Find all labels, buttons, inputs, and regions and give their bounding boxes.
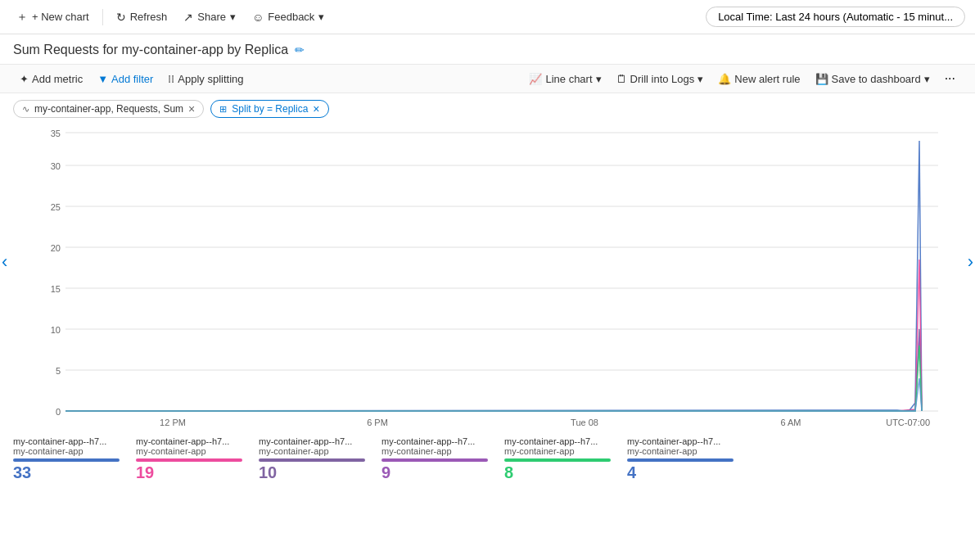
- legend-color-bar-4: [504, 458, 611, 462]
- legend-row: my-container-app--h7... my-container-app…: [0, 430, 975, 482]
- legend-label-1: my-container-app--h7...: [136, 436, 242, 446]
- legend-sublabel-2: my-container-app: [259, 446, 365, 456]
- legend-sublabel-5: my-container-app: [627, 446, 734, 456]
- line-chart-button[interactable]: 📈 Line chart ▾: [522, 69, 607, 89]
- svg-text:UTC-07:00: UTC-07:00: [886, 418, 930, 427]
- svg-text:6 AM: 6 AM: [780, 418, 801, 427]
- add-metric-icon: ✦: [20, 73, 29, 85]
- metric-tag-close[interactable]: ×: [188, 103, 195, 115]
- chart-toolbar: ✦ Add metric ▼ Add filter ⁞⁞ Apply split…: [0, 64, 975, 93]
- save-dashboard-label: Save to dashboard: [832, 73, 921, 85]
- share-chevron-icon: ▾: [230, 11, 236, 23]
- metric-tag-text: my-container-app, Requests, Sum: [34, 103, 183, 115]
- save-icon: 💾: [815, 73, 828, 85]
- legend-label-5: my-container-app--h7...: [627, 436, 734, 446]
- legend-sublabel-0: my-container-app: [13, 446, 120, 456]
- refresh-icon: ↻: [116, 11, 126, 24]
- svg-text:25: 25: [51, 202, 61, 212]
- legend-value-5: 4: [627, 463, 734, 482]
- legend-item-0: my-container-app--h7... my-container-app…: [13, 436, 120, 482]
- legend-label-2: my-container-app--h7...: [259, 436, 365, 446]
- save-chevron-icon: ▾: [924, 73, 930, 85]
- legend-color-bar-2: [259, 458, 365, 462]
- legend-value-1: 19: [136, 463, 242, 482]
- legend-value-2: 10: [259, 463, 365, 482]
- legend-label-0: my-container-app--h7...: [13, 436, 120, 446]
- metric-tag-icon: ∿: [22, 104, 29, 115]
- more-options-button[interactable]: ···: [938, 68, 962, 89]
- legend-item-1: my-container-app--h7... my-container-app…: [136, 436, 242, 482]
- alert-rule-label: New alert rule: [734, 73, 800, 85]
- split-tag-close[interactable]: ×: [313, 103, 319, 115]
- legend-label-4: my-container-app--h7...: [504, 436, 611, 446]
- divider-1: [102, 9, 103, 25]
- new-chart-button[interactable]: ＋ + New chart: [10, 7, 96, 28]
- drill-chevron-icon: ▾: [697, 73, 703, 85]
- chart-svg-wrapper: 0 5 10 15 20 25 30 35 12 PM 6 PM Tue 08 …: [29, 124, 946, 430]
- legend-value-3: 9: [381, 463, 488, 482]
- filter-row: ∿ my-container-app, Requests, Sum × ⊞ Sp…: [0, 93, 975, 124]
- svg-text:10: 10: [51, 325, 61, 335]
- new-chart-label: + New chart: [32, 11, 89, 23]
- feedback-button[interactable]: ☺ Feedback ▾: [246, 7, 331, 27]
- legend-item-5: my-container-app--h7... my-container-app…: [627, 436, 734, 482]
- svg-text:12 PM: 12 PM: [160, 418, 186, 427]
- chart-container: ‹ › 0 5 10 15 20 25 30 35 12 PM 6 PM Tue…: [0, 124, 975, 430]
- svg-text:30: 30: [51, 161, 61, 171]
- share-button[interactable]: ↗ Share ▾: [177, 7, 242, 27]
- legend-item-2: my-container-app--h7... my-container-app…: [259, 436, 365, 482]
- add-metric-button[interactable]: ✦ Add metric: [13, 69, 89, 89]
- legend-value-4: 8: [504, 463, 611, 482]
- filter-icon: ▼: [97, 73, 108, 85]
- new-alert-rule-button[interactable]: 🔔 New alert rule: [711, 69, 806, 89]
- drill-into-logs-button[interactable]: 🗒 Drill into Logs ▾: [610, 69, 711, 89]
- save-to-dashboard-button[interactable]: 💾 Save to dashboard ▾: [809, 69, 937, 89]
- chart-nav-right-button[interactable]: ›: [968, 251, 973, 273]
- drill-logs-label: Drill into Logs: [630, 73, 695, 85]
- line-chart-label: Line chart: [545, 73, 592, 85]
- split-filter-tag: ⊞ Split by = Replica ×: [210, 100, 328, 118]
- legend-label-3: my-container-app--h7...: [381, 436, 488, 446]
- edit-icon[interactable]: ✏: [295, 43, 305, 56]
- line-chart-icon: 📈: [529, 73, 542, 85]
- add-metric-label: Add metric: [32, 73, 83, 85]
- feedback-icon: ☺: [252, 11, 264, 24]
- splitting-icon: ⁞⁞: [168, 73, 174, 85]
- legend-sublabel-1: my-container-app: [136, 446, 242, 456]
- plus-icon: ＋: [16, 10, 28, 25]
- legend-color-bar-3: [381, 458, 488, 462]
- page-title: Sum Requests for my-container-app by Rep…: [13, 43, 288, 57]
- svg-text:20: 20: [51, 243, 61, 253]
- split-tag-icon: ⊞: [219, 104, 227, 115]
- legend-item-4: my-container-app--h7... my-container-app…: [504, 436, 611, 482]
- svg-text:15: 15: [51, 284, 61, 294]
- time-selector-label: Local Time: Last 24 hours (Automatic - 1…: [718, 11, 953, 23]
- add-filter-label: Add filter: [111, 73, 153, 85]
- refresh-label: Refresh: [130, 11, 168, 23]
- legend-sublabel-3: my-container-app: [381, 446, 488, 456]
- split-tag-text: Split by = Replica: [232, 103, 308, 115]
- svg-text:35: 35: [51, 129, 61, 138]
- share-label: Share: [197, 11, 226, 23]
- legend-color-bar-1: [136, 458, 242, 462]
- svg-text:5: 5: [56, 366, 61, 376]
- alert-icon: 🔔: [718, 73, 731, 85]
- legend-sublabel-4: my-container-app: [504, 446, 611, 456]
- refresh-button[interactable]: ↻ Refresh: [110, 7, 174, 27]
- legend-color-bar-5: [627, 458, 734, 462]
- add-filter-button[interactable]: ▼ Add filter: [91, 69, 160, 89]
- apply-splitting-button[interactable]: ⁞⁞ Apply splitting: [161, 69, 250, 89]
- legend-value-0: 33: [13, 463, 120, 482]
- feedback-chevron-icon: ▾: [318, 11, 324, 23]
- top-toolbar: ＋ + New chart ↻ Refresh ↗ Share ▾ ☺ Feed…: [0, 0, 975, 34]
- legend-color-bar-0: [13, 458, 120, 462]
- feedback-label: Feedback: [268, 11, 314, 23]
- chart-nav-left-button[interactable]: ‹: [2, 251, 7, 273]
- apply-splitting-label: Apply splitting: [178, 73, 243, 85]
- legend-item-3: my-container-app--h7... my-container-app…: [381, 436, 488, 482]
- line-chart-chevron-icon: ▾: [596, 73, 602, 85]
- drill-icon: 🗒: [616, 73, 627, 85]
- page-title-row: Sum Requests for my-container-app by Rep…: [0, 34, 975, 64]
- metric-filter-tag: ∿ my-container-app, Requests, Sum ×: [13, 100, 204, 118]
- time-selector-button[interactable]: Local Time: Last 24 hours (Automatic - 1…: [706, 7, 965, 27]
